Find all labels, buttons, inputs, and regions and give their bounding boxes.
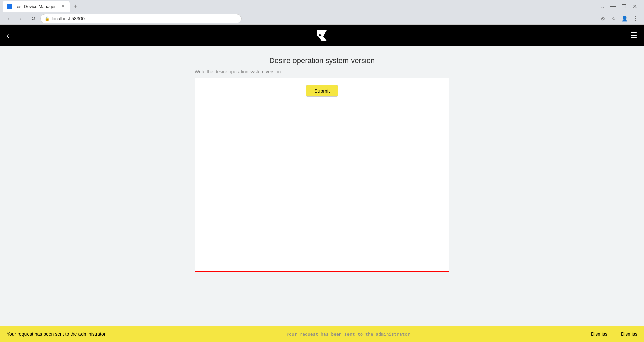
tab-title: Test Device Manager [15,4,58,9]
browser-actions: ⎋ ☆ 👤 ⋮ [598,14,640,23]
app-frame: ‹ ☰ Desire operation system version Writ… [0,25,644,342]
toast-left-message: Your request has been sent to the admini… [7,331,105,337]
hamburger-menu-icon[interactable]: ☰ [627,31,637,40]
tab-favicon: T [7,4,12,9]
page-subtitle: Write the desire operation system versio… [195,69,281,74]
tab-close-button[interactable]: ✕ [60,4,66,9]
new-tab-button[interactable]: + [71,2,80,11]
tab-bar: T Test Device Manager ✕ + ⌄ — ❐ ✕ [0,0,644,13]
toast-middle-message: Your request has been sent to the admini… [286,332,410,337]
reload-button[interactable]: ↻ [28,14,38,23]
back-nav-button[interactable]: ‹ [7,31,17,40]
close-button[interactable]: ✕ [631,2,639,10]
menu-lines-icon: ☰ [631,31,637,40]
dismiss-button-right[interactable]: Dismiss [621,331,637,337]
toast-notification: Your request has been sent to the admini… [0,326,644,342]
back-arrow-icon: ‹ [7,31,9,40]
bookmark-icon[interactable]: ☆ [609,14,619,23]
text-area-container: Submit [195,78,449,272]
lock-icon: 🔒 [45,16,50,21]
app-header: ‹ ☰ [0,25,644,46]
os-version-textarea[interactable] [202,97,442,265]
url-text: localhost:58300 [52,16,85,21]
browser-menu-icon[interactable]: ⋮ [631,14,640,23]
back-button[interactable]: ‹ [4,14,13,23]
window-controls: ⌄ — ❐ ✕ [598,2,641,10]
page-title: Desire operation system version [269,56,375,65]
forward-button[interactable]: › [16,14,25,23]
toast-middle-area: Your request has been sent to the admini… [105,332,591,337]
minimize-button[interactable]: — [609,2,617,10]
app-content: Desire operation system version Write th… [0,46,644,342]
submit-button[interactable]: Submit [306,85,338,97]
browser-window: T Test Device Manager ✕ + ⌄ — ❐ ✕ ‹ › ↻ … [0,0,644,342]
share-icon[interactable]: ⎋ [598,14,608,23]
maximize-button[interactable]: ❐ [620,2,628,10]
svg-rect-4 [322,36,323,41]
profile-icon[interactable]: 👤 [620,14,629,23]
active-tab[interactable]: T Test Device Manager ✕ [3,1,70,12]
address-input[interactable]: 🔒 localhost:58300 [40,14,241,23]
app-logo [312,28,332,43]
dismiss-button-left[interactable]: Dismiss [591,331,607,337]
tab-list-button[interactable]: ⌄ [598,2,606,10]
svg-text:T: T [8,5,10,8]
address-bar: ‹ › ↻ 🔒 localhost:58300 ⎋ ☆ 👤 ⋮ [0,13,644,25]
